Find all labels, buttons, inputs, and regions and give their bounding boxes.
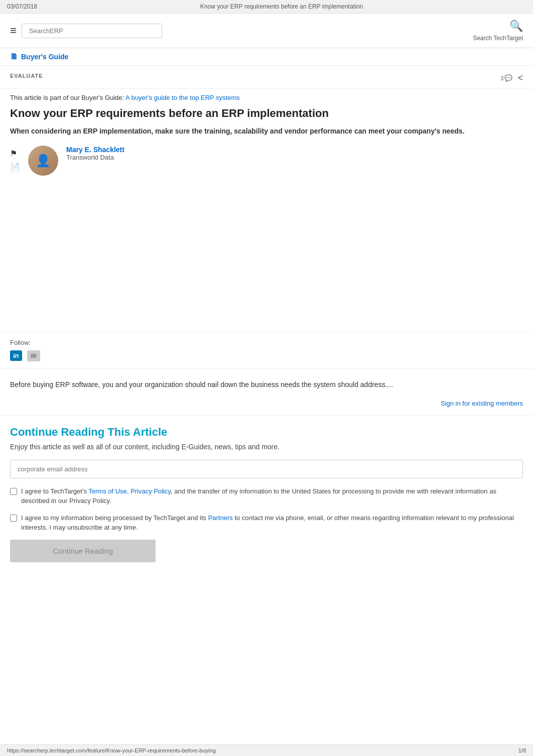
hamburger-menu-icon[interactable]: ≡: [10, 24, 17, 37]
privacy-link[interactable]: Privacy Policy: [130, 487, 171, 495]
terms-checkbox-row: I agree to TechTarget's Terms of Use, Pr…: [10, 486, 523, 506]
browser-date: 03/07/2018: [7, 3, 37, 10]
browser-bottom-bar: https://searcherp.techtarget.com/feature…: [0, 744, 533, 756]
header-right: 🔍 Search TechTarget: [473, 20, 523, 42]
article-content: This article is part of our Buyer's Guid…: [0, 89, 533, 191]
buyers-guide-link[interactable]: 🗎 Buyer's Guide: [10, 52, 68, 61]
buyers-guide-icon: 🗎: [10, 52, 18, 61]
browser-url: https://searcherp.techtarget.com/feature…: [7, 747, 216, 753]
document-icon[interactable]: 📄: [10, 162, 20, 172]
follow-label: Follow:: [10, 339, 523, 346]
teaser-text: Before buying ERP software, you and your…: [10, 381, 393, 389]
browser-page-num: 1/8: [518, 747, 526, 753]
signin-link[interactable]: Sign in for existing members: [441, 400, 523, 407]
terms-checkbox[interactable]: [10, 488, 17, 495]
article-title: Know your ERP requirements before an ERP…: [10, 106, 523, 121]
content-spacer: [0, 191, 533, 331]
comment-count: 3: [500, 75, 503, 81]
nav-bar: 🗎 Buyer's Guide: [0, 48, 533, 66]
terms-link[interactable]: Terms of Use: [88, 487, 127, 495]
author-section: ⚑ 📄 👤 Mary E. Shacklett Transworld Data: [10, 146, 523, 176]
partners-text: I agree to my information being processe…: [21, 513, 523, 533]
article-header: EVALUATE 3 💬 <: [0, 66, 533, 89]
share-button[interactable]: <: [517, 73, 523, 83]
follow-icons: in ✉: [10, 350, 523, 361]
header-left: ≡: [10, 24, 162, 38]
header-actions: 3 💬 <: [500, 73, 523, 83]
partners-checkbox-row: I agree to my information being processe…: [10, 513, 523, 533]
evaluate-label: EVALUATE: [10, 73, 43, 79]
bookmark-icon[interactable]: ⚑: [10, 149, 20, 158]
author-info: Mary E. Shacklett Transworld Data: [66, 146, 124, 161]
browser-page-title: Know your ERP requirements before an ERP…: [200, 3, 363, 10]
comment-icon: 💬: [504, 74, 512, 82]
site-header: ≡ 🔍 Search TechTarget: [0, 14, 533, 48]
linkedin-icon[interactable]: in: [10, 350, 22, 361]
guide-note-link[interactable]: A buyer's guide to the top ERP systems: [125, 94, 240, 101]
article-teaser: Before buying ERP software, you and your…: [0, 368, 533, 395]
guide-note: This article is part of our Buyer's Guid…: [10, 94, 523, 101]
author-org: Transworld Data: [66, 154, 124, 161]
follow-section: Follow: in ✉: [0, 331, 533, 368]
article-subtitle: When considering an ERP implementation, …: [10, 126, 523, 137]
email-field[interactable]: [10, 460, 523, 478]
search-button[interactable]: 🔍: [509, 20, 523, 33]
author-icons: ⚑ 📄: [10, 149, 20, 172]
partners-checkbox[interactable]: [10, 515, 17, 522]
continue-reading-section: Continue Reading This Article Enjoy this…: [0, 415, 533, 572]
continue-reading-button[interactable]: Continue Reading: [10, 540, 156, 562]
search-techtarget-label: Search TechTarget: [473, 35, 523, 42]
comment-button[interactable]: 3 💬: [500, 74, 512, 82]
email-icon[interactable]: ✉: [27, 350, 40, 361]
partners-link[interactable]: Partners: [208, 514, 233, 522]
search-input[interactable]: [22, 24, 162, 38]
avatar-image: 👤: [28, 146, 58, 176]
continue-reading-desc: Enjoy this article as well as all of our…: [10, 443, 523, 451]
buyers-guide-label: Buyer's Guide: [21, 53, 68, 61]
terms-text: I agree to TechTarget's Terms of Use, Pr…: [21, 486, 523, 506]
avatar: 👤: [28, 146, 58, 176]
signin-row: Sign in for existing members: [0, 395, 533, 415]
continue-reading-title: Continue Reading This Article: [10, 426, 523, 439]
browser-bar: 03/07/2018 Know your ERP requirements be…: [0, 0, 533, 14]
author-name-link[interactable]: Mary E. Shacklett: [66, 146, 124, 154]
